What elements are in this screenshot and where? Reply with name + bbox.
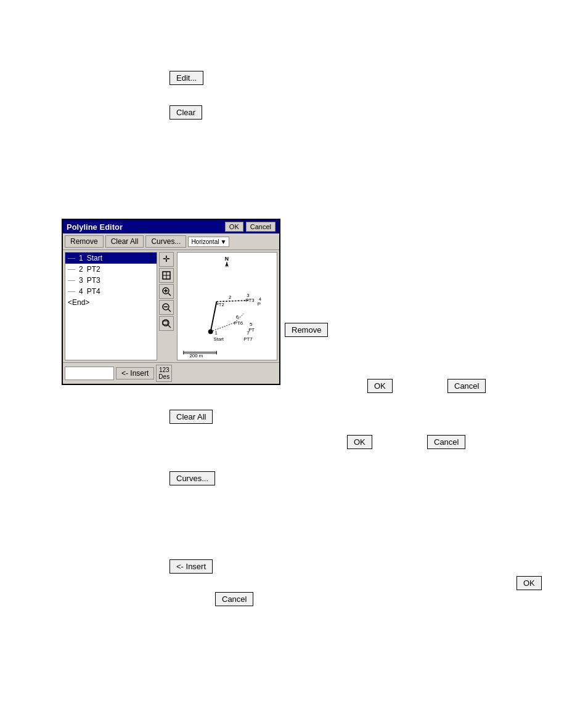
list-item-num: 2 xyxy=(79,265,83,274)
svg-text:Start: Start xyxy=(214,336,224,342)
insert-button[interactable]: <- Insert xyxy=(169,559,213,574)
dialog-body: — 1 Start — 2 PT2 — 3 PT3 — 4 PT4 <End> xyxy=(63,250,279,362)
svg-text:N: N xyxy=(225,256,229,262)
cancel-button-1[interactable]: Cancel xyxy=(447,379,486,393)
svg-text:PT3: PT3 xyxy=(245,298,254,303)
list-item-3[interactable]: — 3 PT3 xyxy=(65,275,157,286)
svg-line-19 xyxy=(211,323,235,332)
dash-icon: — xyxy=(68,265,75,274)
list-item-num: 1 xyxy=(79,254,83,262)
zoom-window-icon[interactable] xyxy=(159,316,174,331)
dialog-footer: <- Insert 123Des xyxy=(63,362,279,384)
dash-icon: — xyxy=(68,254,75,262)
svg-text:7: 7 xyxy=(247,330,249,336)
list-item-label: PT4 xyxy=(87,287,100,296)
dialog-curves-btn[interactable]: Curves... xyxy=(145,235,186,248)
map-view: N 2 PT2 3 PT3 4 P 1 Start xyxy=(177,252,277,360)
curves-button[interactable]: Curves... xyxy=(169,471,215,485)
dialog-titlebar-buttons: OK Cancel xyxy=(225,222,276,232)
list-item-2[interactable]: — 2 PT2 xyxy=(65,264,157,275)
point-list[interactable]: — 1 Start — 2 PT2 — 3 PT3 — 4 PT4 <End> xyxy=(65,252,157,360)
svg-text:PT2: PT2 xyxy=(215,302,224,307)
dialog-ok-btn[interactable]: OK xyxy=(225,222,243,232)
dialog-cancel-btn[interactable]: Cancel xyxy=(246,222,276,232)
list-item-end[interactable]: <End> xyxy=(65,297,157,308)
ok-button-4[interactable]: OK xyxy=(517,576,542,590)
svg-point-27 xyxy=(208,329,213,334)
list-item-1[interactable]: — 1 Start xyxy=(65,253,157,264)
polyline-editor-dialog: Polyline Editor OK Cancel Remove Clear A… xyxy=(62,219,280,385)
svg-text:PT: PT xyxy=(248,327,255,333)
list-item-label: PT2 xyxy=(87,265,100,274)
svg-text:200 m: 200 m xyxy=(190,353,203,359)
svg-text:5: 5 xyxy=(250,322,253,327)
dialog-insert-btn[interactable]: <- Insert xyxy=(116,367,154,379)
list-item-label: <End> xyxy=(68,298,89,307)
dialog-horizontal-dropdown[interactable]: Horizontal ▼ xyxy=(188,237,229,247)
svg-text:6: 6 xyxy=(236,314,239,320)
zoom-extent-icon[interactable] xyxy=(159,268,174,283)
svg-line-13 xyxy=(168,325,171,328)
dialog-title: Polyline Editor xyxy=(67,222,123,232)
zoom-out-icon[interactable] xyxy=(159,300,174,315)
svg-text:PT6: PT6 xyxy=(234,320,243,326)
svg-text:P: P xyxy=(258,301,261,307)
svg-text:2: 2 xyxy=(229,294,231,300)
map-controls: ✛ xyxy=(159,252,175,360)
svg-line-18 xyxy=(216,301,250,302)
list-item-label: Start xyxy=(87,254,102,262)
list-item-4[interactable]: — 4 PT4 xyxy=(65,286,157,297)
svg-text:4: 4 xyxy=(259,296,262,302)
edit-button[interactable]: Edit... xyxy=(169,71,203,85)
clear-all-button[interactable]: Clear All xyxy=(169,410,213,424)
horizontal-label: Horizontal xyxy=(191,238,219,245)
svg-line-7 xyxy=(168,293,171,296)
ok-button-1[interactable]: OK xyxy=(367,379,393,393)
dialog-titlebar: Polyline Editor OK Cancel xyxy=(63,220,279,233)
zoom-in-icon[interactable] xyxy=(159,284,174,299)
point-input[interactable] xyxy=(65,367,114,380)
clear-button[interactable]: Clear xyxy=(169,105,202,120)
remove-button[interactable]: Remove xyxy=(285,323,328,337)
dropdown-arrow-icon: ▼ xyxy=(220,238,226,245)
svg-text:1: 1 xyxy=(214,330,217,336)
list-item-label: PT3 xyxy=(87,276,100,285)
list-item-num: 3 xyxy=(79,276,83,285)
cancel-button-2[interactable]: Cancel xyxy=(427,435,465,449)
svg-text:✛: ✛ xyxy=(163,254,170,264)
list-item-num: 4 xyxy=(79,287,83,296)
dialog-clear-all-btn[interactable]: Clear All xyxy=(105,235,144,248)
cancel-button-3[interactable]: Cancel xyxy=(215,592,253,606)
dialog-remove-btn[interactable]: Remove xyxy=(65,235,104,248)
pan-icon[interactable]: ✛ xyxy=(159,252,174,267)
dialog-toolbar: Remove Clear All Curves... Horizontal ▼ xyxy=(63,233,279,250)
svg-line-10 xyxy=(168,309,171,312)
123-des-button[interactable]: 123Des xyxy=(156,365,172,382)
svg-text:PT7: PT7 xyxy=(243,336,252,342)
dash-icon: — xyxy=(68,276,75,285)
dash-icon: — xyxy=(68,287,75,296)
ok-button-2[interactable]: OK xyxy=(347,435,372,449)
